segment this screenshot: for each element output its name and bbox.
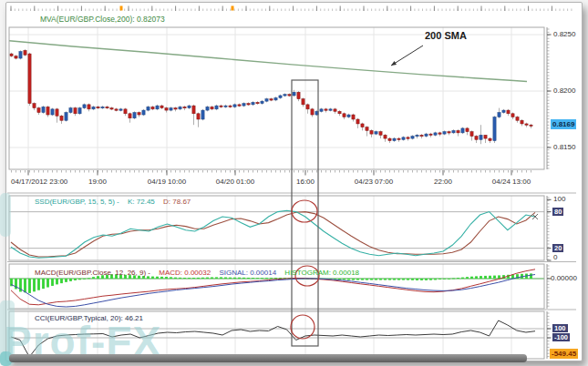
watermark-fragment <box>0 193 11 237</box>
macd-indicator-label: MACD(EUR/GBP.Close, 12, 26, 9) - MACD: 0… <box>35 269 366 277</box>
x-axis-label: 04/20 01:00 <box>216 178 254 186</box>
x-axis-label: 04/23 07:00 <box>355 178 393 186</box>
screenshot-root: MVA(EUR/GBP.Close,200): 0.82073 200 SMA … <box>0 0 588 366</box>
x-axis-label: 04/17/2012 23:00 <box>11 178 67 186</box>
macd-value: MACD: 0.00032 <box>159 269 211 277</box>
last-price-badge: 0.8169 <box>551 119 576 129</box>
ssd-level-20-badge: 20 <box>552 244 563 252</box>
top-ruler[interactable] <box>9 5 544 14</box>
price-tick-08200: 0.8200 <box>553 86 575 95</box>
cci-level-minus100-badge: -100 <box>552 333 570 341</box>
cci-level-100-badge: 100 <box>552 324 568 332</box>
ssd-indicator-label: SSD(EUR/GBP, 15, 5, 5) - K: 72.45 D: 78.… <box>35 198 197 206</box>
price-indicator-label: MVA(EUR/GBP.Close,200): 0.82073 <box>40 15 165 24</box>
ssd-level-80-badge: 80 <box>552 208 563 216</box>
ssd-k-value: K: 72.45 <box>128 198 155 206</box>
x-axis-label: 16:00 <box>296 178 315 186</box>
ssd-tick-100: 100 <box>553 195 565 203</box>
price-tick-08150: 0.8150 <box>553 143 575 151</box>
ssd-d-value: D: 78.67 <box>163 198 191 206</box>
x-axis-label: 04/24 13:00 <box>492 178 531 186</box>
window-bottom-edge <box>9 354 527 362</box>
x-axis-label: 22:00 <box>434 178 452 186</box>
cci-current-value-badge: -549.45 <box>550 349 578 359</box>
ssd-tick-0: 0 <box>553 253 557 261</box>
sma-annotation-label: 200 SMA <box>425 30 467 41</box>
price-plot-area[interactable] <box>9 27 544 169</box>
x-axis-label: 04/19 10:00 <box>148 178 186 186</box>
ssd-name: SSD(EUR/GBP, 15, 5, 5) - <box>35 198 119 206</box>
price-tick-08250: 0.8250 <box>553 30 575 38</box>
macd-histogram-value: HISTOGRAM: 0.00018 <box>284 269 359 277</box>
right-axis-column[interactable] <box>544 27 581 361</box>
macd-zero-tick: 0.00000 <box>551 274 577 282</box>
x-axis-label: 19:00 <box>88 178 107 186</box>
macd-signal-value: SIGNAL: 0.00014 <box>219 269 276 277</box>
x-axis-labels: 04/17/2012 23:00 19:00 04/19 10:00 04/20… <box>0 178 588 188</box>
macd-name: MACD(EUR/GBP.Close, 12, 26, 9) - <box>35 269 150 277</box>
